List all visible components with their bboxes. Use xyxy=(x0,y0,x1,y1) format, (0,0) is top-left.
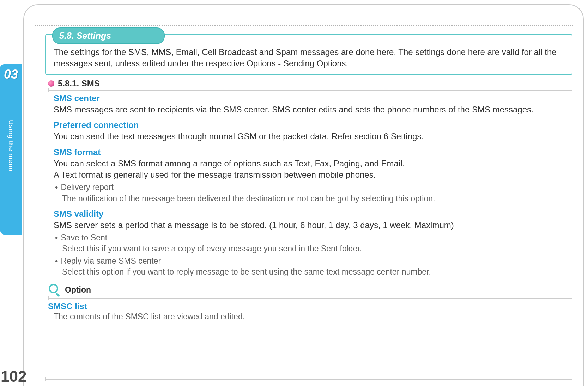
topic-heading: SMS format xyxy=(54,147,558,157)
subsection-title: 5.8.1. SMS xyxy=(58,79,100,88)
topic-preferred-connection: Preferred connection You can send the te… xyxy=(54,120,558,142)
dotted-separator xyxy=(35,25,573,26)
option-header: Option xyxy=(48,283,572,296)
section-title-tab: 5.8. Settings xyxy=(52,27,165,44)
topic-body-line2: A Text format is generally used for the … xyxy=(54,169,558,180)
divider xyxy=(48,298,572,299)
topic-heading: Preferred connection xyxy=(54,120,558,130)
sub-bullet-body: Select this if you want to save a copy o… xyxy=(55,243,558,254)
sub-bullet: • Save to Sent Select this if you want t… xyxy=(54,232,558,254)
sub-bullet-title: Reply via same SMS center xyxy=(61,256,161,266)
smsc-heading: SMSC list xyxy=(48,301,572,311)
bullet-dot-icon: • xyxy=(55,182,58,193)
topic-sms-validity: SMS validity SMS server sets a period th… xyxy=(54,209,558,278)
sidebar-title-tab: Using the menu xyxy=(0,87,22,235)
topic-body: SMS messages are sent to recipients via … xyxy=(54,104,558,115)
sub-bullet: • Delivery report The notification of th… xyxy=(54,182,558,204)
bullet-dot-icon: • xyxy=(55,256,58,266)
sub-bullet-body: Select this option if you want to reply … xyxy=(55,266,558,277)
sub-bullet-title: Delivery report xyxy=(61,182,114,193)
content-area: 5.8. Settings The settings for the SMS, … xyxy=(45,34,572,321)
body-block: SMS center SMS messages are sent to reci… xyxy=(54,93,558,278)
subsection-header: 5.8.1. SMS xyxy=(48,79,572,88)
page-number: 102 xyxy=(1,368,26,385)
section-intro: The settings for the SMS, MMS, Email, Ce… xyxy=(54,47,564,69)
section-box: 5.8. Settings The settings for the SMS, … xyxy=(45,34,572,75)
topic-body-line1: You can select a SMS format among a rang… xyxy=(54,158,558,169)
chapter-title: Using the menu xyxy=(7,87,15,172)
sidebar-chapter-tab: 03 xyxy=(0,64,22,89)
topic-sms-center: SMS center SMS messages are sent to reci… xyxy=(54,93,558,115)
smsc-body: The contents of the SMSC list are viewed… xyxy=(54,312,572,321)
magnifier-icon xyxy=(48,283,61,296)
topic-heading: SMS validity xyxy=(54,209,558,219)
sub-bullet: • Reply via same SMS center Select this … xyxy=(54,256,558,277)
topic-body: You can send the text messages through n… xyxy=(54,131,558,142)
topic-body: SMS server sets a period that a message … xyxy=(54,220,558,231)
divider xyxy=(48,90,572,91)
chapter-number: 03 xyxy=(4,67,18,82)
sub-bullet-title: Save to Sent xyxy=(61,232,107,243)
sub-bullet-body: The notification of the message been del… xyxy=(55,193,558,204)
bullet-dot-icon: • xyxy=(55,232,58,243)
footer-divider xyxy=(45,379,572,380)
bullet-icon xyxy=(48,80,54,87)
topic-heading: SMS center xyxy=(54,93,558,103)
option-label: Option xyxy=(65,285,91,295)
topic-sms-format: SMS format You can select a SMS format a… xyxy=(54,147,558,204)
